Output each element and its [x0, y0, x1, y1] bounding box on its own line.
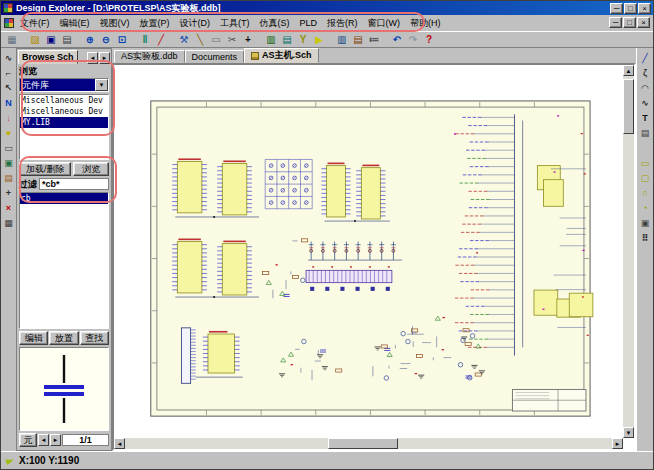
netlist-icon[interactable]: ≔ [366, 32, 382, 47]
menu-item[interactable]: 编辑(E) [56, 16, 94, 31]
power-port-tool-icon[interactable]: ↓ [2, 110, 16, 125]
maximize-button[interactable]: □ [624, 3, 637, 14]
bezier-tool-icon[interactable]: ζ [638, 65, 652, 80]
sheet-entry-tool-icon[interactable]: ▤ [2, 170, 16, 185]
tab-as-board-ddb[interactable]: AS实验板.ddb [114, 50, 185, 63]
redo-icon[interactable]: ↷ [405, 32, 421, 47]
title-bar: Design Explorer - [D:\PROTELSP\AS实验板.ddb… [1, 1, 653, 15]
deselect-icon[interactable]: ✂ [224, 32, 240, 47]
sheet-symbol-tool-icon[interactable]: ▣ [2, 155, 16, 170]
component-list-item[interactable]: cb [20, 193, 108, 204]
library-list-item[interactable]: MY.LIB [20, 117, 108, 128]
select-area-icon[interactable]: ▭ [208, 32, 224, 47]
line-tool-icon[interactable]: ╱ [638, 50, 652, 65]
library-list-item[interactable]: Miscellaneous Dev [20, 106, 108, 117]
unit-button[interactable]: 元 [19, 433, 37, 447]
mdi-minimize-button[interactable]: ─ [609, 17, 622, 28]
library-listbox[interactable]: Miscellaneous DevMiscellaneous DevMY.LIB [19, 94, 109, 160]
library-icon[interactable]: ▥ [263, 32, 279, 47]
scroll-down-button[interactable]: ▼ [623, 427, 634, 438]
rect-tool-icon[interactable]: ▭ [638, 155, 652, 170]
browse-library-icon[interactable]: ▤ [279, 32, 295, 47]
cross-probe-icon[interactable]: ‖ [137, 32, 153, 47]
move-icon[interactable]: + [240, 32, 256, 47]
zoom-out-icon[interactable]: ⊖ [98, 32, 114, 47]
menu-item[interactable]: 设计(D) [176, 16, 215, 31]
open-icon[interactable]: ▨ [27, 32, 43, 47]
component-listbox[interactable]: cb [19, 192, 109, 329]
junction-tool-icon[interactable]: ● [2, 125, 16, 140]
net-label-tool-icon[interactable]: N [2, 95, 16, 110]
run-icon[interactable]: ▶ [311, 32, 327, 47]
spline-tool-icon[interactable]: ∿ [638, 95, 652, 110]
edit-button[interactable]: 编辑 [19, 331, 48, 345]
filter-input[interactable]: *cb* [39, 178, 109, 190]
panel-tab-scroll-left[interactable]: ◂ [87, 52, 98, 64]
image-tool-icon[interactable]: ▣ [638, 215, 652, 230]
wire-icon[interactable]: ╱ [153, 32, 169, 47]
wire-tool-icon[interactable]: ∿ [2, 50, 16, 65]
find-button[interactable]: 查找 [80, 331, 109, 345]
paste-icon[interactable]: ▦ [4, 32, 20, 47]
array-paste-tool-icon[interactable]: ⠿ [638, 230, 652, 245]
cutter-icon[interactable]: ╲ [192, 32, 208, 47]
mdi-restore-button[interactable]: □ [623, 17, 636, 28]
arc-tool-icon[interactable]: ◠ [638, 80, 652, 95]
library-list-item[interactable]: Miscellaneous Dev [20, 95, 108, 106]
schematic-viewport[interactable]: ▲ ▼ ◄ ► [112, 63, 636, 451]
menu-item[interactable]: 窗口(W) [364, 16, 405, 31]
next-page-button[interactable]: ▸ [50, 434, 61, 446]
part-tool-icon[interactable]: ▭ [2, 140, 16, 155]
tab-as-host-sch[interactable]: AS主机.Sch [244, 48, 319, 63]
document-tab-label: AS主机.Sch [262, 49, 312, 62]
menu-item[interactable]: 仿真(S) [256, 16, 294, 31]
round-rect-tool-icon[interactable]: ▢ [638, 170, 652, 185]
chevron-down-icon[interactable]: ▼ [95, 79, 108, 91]
pie-tool-icon[interactable]: ◔ [638, 200, 652, 215]
cursor-tool-icon[interactable]: ↖ [2, 80, 16, 95]
menu-item[interactable]: PLD [296, 17, 322, 29]
tab-documents[interactable]: Documents [185, 50, 245, 63]
bus-tool-icon[interactable]: ⌐ [2, 65, 16, 80]
schematic-sheet[interactable] [114, 65, 634, 449]
print-icon[interactable]: ▤ [59, 32, 75, 47]
minimize-button[interactable]: ─ [610, 3, 623, 14]
menu-item[interactable]: 工具(T) [216, 16, 254, 31]
menu-item[interactable]: 报告(R) [323, 16, 362, 31]
menu-item[interactable]: 放置(P) [136, 16, 174, 31]
zoom-page-icon[interactable]: ⊡ [114, 32, 130, 47]
close-button[interactable]: × [638, 3, 651, 14]
prev-page-button[interactable]: ◂ [38, 434, 49, 446]
scroll-right-button[interactable]: ► [612, 438, 623, 449]
library-type-dropdown[interactable]: 元件库 ▼ [19, 78, 109, 92]
add-remove-button[interactable]: 加载/删除 [19, 162, 71, 176]
text-frame-tool-icon[interactable]: ▤ [638, 125, 652, 140]
menu-item[interactable]: 帮助(H) [406, 16, 445, 31]
library-close-icon[interactable]: ▤ [350, 32, 366, 47]
help-icon[interactable]: ? [421, 32, 437, 47]
no-erc-tool-icon[interactable]: × [2, 200, 16, 215]
zoom-in-icon[interactable]: ⊕ [82, 32, 98, 47]
place-button[interactable]: 放置 [49, 331, 78, 345]
library-open-icon[interactable]: ▥ [334, 32, 350, 47]
menu-item[interactable]: 视图(V) [96, 16, 134, 31]
probe-icon[interactable]: Y [295, 32, 311, 47]
scroll-left-button[interactable]: ◄ [114, 438, 125, 449]
horizontal-scroll-thumb[interactable] [328, 438, 398, 449]
scroll-up-button[interactable]: ▲ [623, 65, 634, 76]
vertical-scroll-thumb[interactable] [623, 79, 634, 134]
vertical-scrollbar[interactable]: ▲ ▼ [623, 65, 634, 438]
horizontal-scrollbar[interactable]: ◄ ► [114, 438, 623, 449]
tab-browse-sch[interactable]: Browse Sch [18, 50, 78, 64]
text-tool-icon[interactable]: T [638, 110, 652, 125]
menu-item[interactable]: 文件(F) [16, 16, 54, 31]
mdi-close-button[interactable]: × [637, 17, 650, 28]
directives-tool-icon[interactable]: ▦ [2, 215, 16, 230]
ellipse-tool-icon[interactable]: ○ [638, 185, 652, 200]
undo-icon[interactable]: ↶ [389, 32, 405, 47]
wrench-icon[interactable]: ⚒ [176, 32, 192, 47]
browse-button[interactable]: 浏览 [73, 162, 109, 176]
port-tool-icon[interactable]: + [2, 185, 16, 200]
panel-tab-scroll-right[interactable]: ▸ [99, 52, 110, 64]
save-icon[interactable]: ▣ [43, 32, 59, 47]
